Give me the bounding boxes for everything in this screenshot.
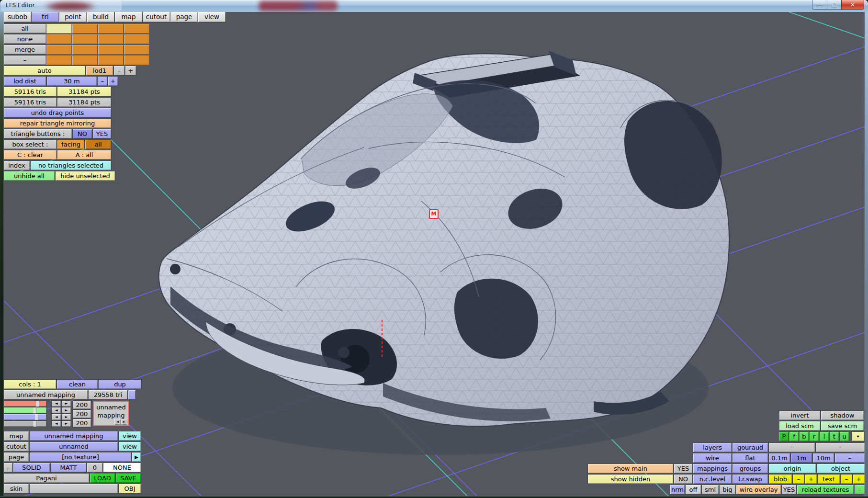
merge-button[interactable]: merge [4, 45, 46, 54]
minimize-button[interactable]: — [812, 0, 827, 10]
subob-cell[interactable] [72, 56, 98, 65]
axis-f-button[interactable]: f [789, 432, 799, 441]
wire-button[interactable]: wire [693, 453, 732, 463]
subob-cell[interactable] [124, 56, 149, 65]
cutout-value[interactable]: unnamed [30, 442, 118, 451]
material-minus-button[interactable]: – [4, 463, 12, 472]
mappings-button[interactable]: mappings [693, 464, 732, 473]
matt-button[interactable]: MATT [51, 463, 86, 472]
map-label[interactable]: map [4, 431, 29, 441]
subob-cell[interactable] [124, 34, 149, 44]
select-all-button[interactable]: all [4, 24, 46, 33]
tab-map[interactable]: map [115, 12, 142, 22]
tab-cutout[interactable]: cutout [143, 12, 170, 22]
obj-button[interactable]: OBJ [119, 484, 141, 493]
hide-unselected-button[interactable]: hide unselected [56, 171, 115, 181]
triangle-buttons-yes[interactable]: YES [93, 129, 111, 138]
subob-cell[interactable] [46, 45, 72, 55]
text-button[interactable]: text [818, 475, 840, 484]
current-mapping-box[interactable]: unnamed mapping ◄ ► [93, 401, 129, 426]
repair-mirroring-button[interactable]: repair triangle mirroring [4, 119, 111, 128]
grid-10m-button[interactable]: 10m [813, 453, 834, 463]
page-label[interactable]: page [4, 453, 29, 462]
lod-minus-button[interactable]: – [114, 66, 124, 75]
lod-dist-value[interactable]: 30 m [47, 77, 97, 86]
result-slider[interactable] [4, 421, 46, 427]
nrm-big-button[interactable]: big [720, 485, 735, 494]
clean-button[interactable]: clean [57, 380, 98, 389]
green-right-arrow[interactable]: ► [62, 407, 71, 413]
map-view-button[interactable]: view [119, 431, 141, 441]
groups-button[interactable]: groups [733, 464, 768, 473]
cutout-label[interactable]: cutout [4, 442, 29, 451]
axis-l-button[interactable]: l [820, 432, 829, 441]
vehicle-name[interactable]: Pagani [4, 474, 89, 483]
shadow-button[interactable]: shadow [821, 411, 864, 420]
show-hidden-toggle[interactable]: NO [674, 475, 692, 484]
red-slider[interactable] [4, 401, 46, 407]
grid-1m-button[interactable]: 1m [791, 453, 812, 463]
select-none-button[interactable]: none [4, 34, 46, 44]
green-left-arrow[interactable]: ◄ [52, 407, 61, 413]
nrm-off-button[interactable]: off [686, 485, 701, 494]
nrm-sml-button[interactable]: sml [702, 485, 719, 494]
mapping-prev-arrow[interactable]: ◄ [114, 419, 121, 425]
map-value[interactable]: unnamed mapping [30, 431, 118, 441]
tab-tri[interactable]: tri [32, 12, 59, 22]
index-button[interactable]: index [4, 161, 30, 170]
mirror-marker[interactable]: M [429, 209, 439, 219]
subob-dash-button[interactable]: – [4, 56, 46, 65]
axis-dot-button[interactable]: • [852, 432, 864, 441]
red-left-arrow[interactable]: ◄ [52, 401, 61, 407]
subob-cell[interactable] [98, 24, 124, 34]
close-button[interactable]: ✕ [841, 0, 864, 10]
undo-drag-points-button[interactable]: undo drag points [4, 108, 111, 117]
result-left-arrow[interactable]: ◄ [52, 421, 61, 427]
reload-minus-button[interactable]: – [855, 485, 865, 494]
layers-dash2-button[interactable]: – [816, 443, 865, 452]
object-button[interactable]: object [817, 464, 865, 473]
subob-cell[interactable] [124, 24, 149, 34]
red-right-arrow[interactable]: ► [62, 401, 71, 407]
axis-t-button[interactable]: t [830, 432, 839, 441]
grid-dash-button[interactable]: – [835, 453, 865, 463]
skin-value[interactable] [30, 484, 118, 493]
maximize-button[interactable]: ▢ [827, 0, 841, 10]
unhide-all-button[interactable]: unhide all [4, 171, 55, 181]
cutout-view-button[interactable]: view [119, 442, 141, 451]
blob-plus-button[interactable]: + [805, 475, 817, 484]
subob-cell[interactable] [46, 34, 72, 44]
result-right-arrow[interactable]: ► [62, 421, 71, 427]
dup-button[interactable]: dup [99, 380, 141, 389]
load-scm-button[interactable]: load scm [779, 421, 820, 430]
blob-minus-button[interactable]: – [793, 475, 804, 484]
axis-r-button[interactable]: r [810, 432, 819, 441]
mapping-name-button[interactable]: unnamed mapping [4, 390, 88, 399]
blue-right-arrow[interactable]: ► [62, 414, 71, 420]
box-select-all[interactable]: all [85, 140, 111, 149]
tab-build[interactable]: build [87, 12, 114, 22]
tab-page[interactable]: page [170, 12, 198, 22]
subob-cell[interactable] [124, 45, 149, 55]
blue-slider[interactable] [4, 414, 46, 420]
show-main-toggle[interactable]: YES [674, 464, 692, 473]
tab-subob[interactable]: subob [4, 12, 31, 22]
red-value[interactable]: 200 [73, 401, 91, 409]
axis-p-button[interactable]: P [779, 432, 789, 441]
subob-cell[interactable] [98, 56, 124, 65]
blob-button[interactable]: blob [769, 475, 792, 484]
invert-button[interactable]: invert [779, 411, 820, 420]
gouraud-button[interactable]: gouraud [733, 443, 768, 452]
mapping-strip[interactable] [128, 390, 135, 399]
mapping-next-arrow[interactable]: ► [121, 419, 127, 425]
subob-cell[interactable] [72, 45, 98, 55]
lod-dist-minus-button[interactable]: – [98, 77, 107, 86]
titlebar[interactable]: LFS Editor [0, 0, 868, 12]
subob-cell[interactable] [98, 45, 124, 55]
select-all-shortcut-button[interactable]: A : all [57, 150, 111, 159]
nc-level-button[interactable]: n.c.level [693, 475, 732, 484]
blue-left-arrow[interactable]: ◄ [52, 414, 61, 420]
box-select-facing[interactable]: facing [57, 140, 84, 149]
cols-button[interactable]: cols : 1 [4, 380, 56, 389]
axis-u-button[interactable]: u [840, 432, 849, 441]
